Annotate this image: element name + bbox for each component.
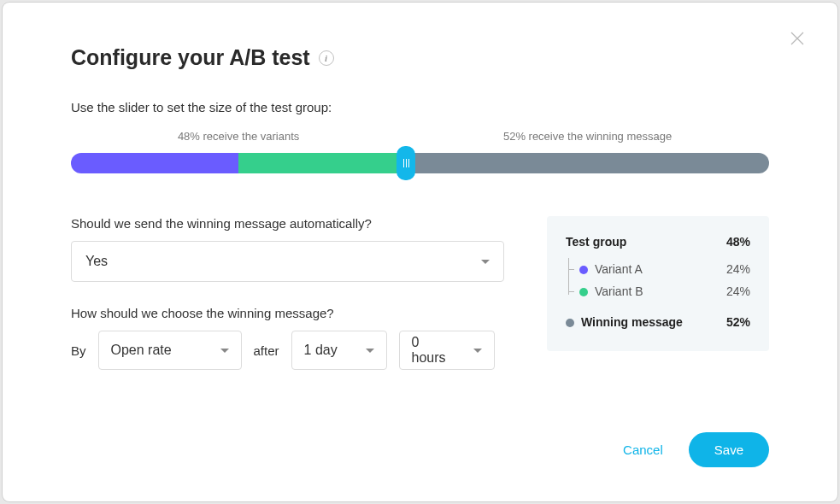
slider-handle[interactable]	[397, 146, 415, 180]
winner-metric-value: Open rate	[111, 343, 172, 358]
after-label: after	[254, 343, 279, 358]
auto-send-select[interactable]: Yes	[71, 241, 504, 282]
chevron-down-icon	[473, 349, 482, 353]
winner-days-value: 1 day	[304, 343, 338, 358]
slider-segment-variant-b	[238, 153, 406, 173]
modal-footer: Cancel Save	[623, 432, 769, 467]
summary-variant-b-row: Variant B 24%	[579, 284, 750, 298]
summary-test-group-label: Test group	[566, 235, 626, 249]
summary-variant-b-label: Variant B	[595, 284, 643, 298]
test-group-slider[interactable]	[71, 153, 769, 173]
summary-winning-row: Winning message 52%	[566, 315, 750, 329]
winner-days-select[interactable]: 1 day	[291, 331, 387, 370]
winner-hours-value: 0 hours	[412, 335, 456, 366]
summary-variant-a-pct: 24%	[726, 262, 750, 276]
slider-left-label: 48% receive the variants	[71, 130, 406, 143]
winner-hours-select[interactable]: 0 hours	[399, 331, 495, 370]
auto-send-value: Yes	[85, 254, 108, 269]
chevron-down-icon	[481, 260, 490, 264]
auto-send-question: Should we send the winning message autom…	[71, 216, 504, 231]
winner-question: How should we choose the winning message…	[71, 306, 504, 320]
slider-labels: 48% receive the variants 52% receive the…	[71, 130, 769, 143]
chevron-down-icon	[220, 349, 229, 353]
chevron-down-icon	[366, 349, 374, 353]
winner-metric-select[interactable]: Open rate	[98, 331, 242, 370]
summary-variant-a-label: Variant A	[595, 262, 643, 276]
info-icon[interactable]: i	[319, 50, 334, 66]
by-label: By	[71, 343, 86, 358]
summary-variant-a-row: Variant A 24%	[579, 262, 750, 276]
summary-winning-label: Winning message	[581, 315, 683, 329]
dot-icon	[579, 288, 588, 296]
page-title: Configure your A/B test	[71, 45, 310, 70]
slider-segment-winning	[406, 153, 769, 173]
title-row: Configure your A/B test i	[71, 45, 769, 70]
summary-panel: Test group 48% Variant A 24% Variant B 2…	[547, 216, 769, 351]
ab-test-modal: Configure your A/B test i Use the slider…	[3, 3, 837, 501]
cancel-button[interactable]: Cancel	[623, 442, 663, 457]
slider-right-label: 52% receive the winning message	[406, 130, 769, 143]
summary-test-group-pct: 48%	[726, 235, 750, 249]
dot-icon	[579, 266, 588, 274]
close-icon[interactable]	[787, 28, 808, 49]
slider-instruction: Use the slider to set the size of the te…	[71, 100, 769, 114]
dot-icon	[566, 319, 574, 327]
save-button[interactable]: Save	[689, 432, 769, 467]
slider-segment-variant-a	[71, 153, 238, 173]
summary-variant-b-pct: 24%	[726, 284, 750, 298]
summary-winning-pct: 52%	[726, 315, 750, 329]
summary-test-group-row: Test group 48%	[566, 235, 750, 249]
